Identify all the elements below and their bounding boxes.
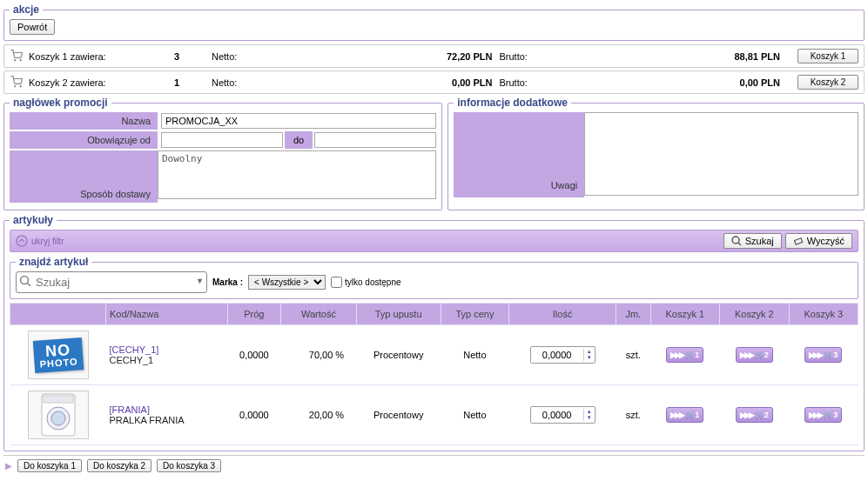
col-discount-type: Typ upustu xyxy=(356,304,441,325)
qty-down-icon[interactable]: ▼ xyxy=(584,355,595,361)
cart1-contains-label: Koszyk 1 zawiera: xyxy=(29,51,142,62)
remarks-textarea[interactable] xyxy=(584,112,858,196)
qty-stepper[interactable]: ▲▼ xyxy=(530,346,595,364)
col-price-type: Typ ceny xyxy=(441,304,509,325)
add-to-cart-1-button[interactable]: ▶▶▶🛒1 xyxy=(666,407,703,423)
filter-bar: ukryj filtr Szukaj Wyczyść xyxy=(10,230,858,252)
cart2-brutto-value: 0,00 PLN xyxy=(552,77,788,88)
to-cart-1-button[interactable]: Do koszyka 1 xyxy=(17,459,82,472)
promo-header-fieldset: nagłówek promocji Nazwa Obowiązuje od do… xyxy=(3,97,442,210)
threshold-value: 0,0000 xyxy=(227,385,281,445)
only-available-label[interactable]: tylko dostępne xyxy=(331,277,401,288)
cart-summary-1: Koszyk 1 zawiera: 3 Netto: 72,20 PLN Bru… xyxy=(3,44,865,68)
collapse-icon xyxy=(16,235,28,247)
col-code: Kod/Nazwa xyxy=(106,304,228,325)
marka-label: Marka : xyxy=(212,277,243,287)
price-type-value: Netto xyxy=(441,385,509,445)
find-article-legend: znajdź artykuł xyxy=(16,256,91,268)
qty-stepper[interactable]: ▲▼ xyxy=(530,406,595,424)
svg-point-2 xyxy=(15,85,16,86)
articles-fieldset: artykuły ukryj filtr Szukaj Wyczyść znaj… xyxy=(3,214,865,451)
unit-value: szt. xyxy=(616,385,651,445)
cart1-button[interactable]: Koszyk 1 xyxy=(797,49,858,63)
promo-delivery-text: Dowolny xyxy=(158,150,436,199)
cart-icon xyxy=(10,50,24,63)
cart-summary-2: Koszyk 2 zawiera: 1 Netto: 0,00 PLN Brut… xyxy=(3,70,865,94)
add-to-cart-3-button[interactable]: ▶▶▶🛒3 xyxy=(804,347,842,363)
eraser-icon xyxy=(793,236,804,246)
promo-from-label: Obowiązuje od xyxy=(10,131,158,149)
cart2-qty: 1 xyxy=(142,77,212,88)
qty-input[interactable] xyxy=(531,407,583,423)
promo-to-input[interactable] xyxy=(314,132,436,148)
qty-up-icon[interactable]: ▲ xyxy=(584,409,595,415)
cart2-button[interactable]: Koszyk 2 xyxy=(797,75,858,90)
hide-filter-label: ukryj filtr xyxy=(31,237,64,246)
cart2-brutto-label: Brutto: xyxy=(500,77,552,88)
back-button[interactable]: Powrót xyxy=(10,19,55,35)
svg-point-5 xyxy=(732,237,739,244)
table-row: [FRANIA]PRALKA FRANIA0,000020,00 %Procen… xyxy=(10,385,858,445)
product-code[interactable]: [FRANIA] xyxy=(110,404,225,415)
promo-name-input[interactable] xyxy=(161,113,436,129)
promo-to-label: do xyxy=(285,131,313,149)
product-code[interactable]: [CECHY_1] xyxy=(110,344,225,355)
product-name: CECHY_1 xyxy=(110,355,225,365)
promo-name-label: Nazwa xyxy=(10,112,158,130)
search-input[interactable] xyxy=(16,271,207,293)
promo-delivery-label: Sposób dostawy xyxy=(10,150,158,203)
footer-bar: ▶ Do koszyka 1 Do koszyka 2 Do koszyka 3 xyxy=(3,455,865,476)
actions-fieldset: akcje Powrót xyxy=(3,3,865,41)
col-k3: Koszyk 3 xyxy=(789,304,858,325)
to-cart-2-button[interactable]: Do koszyka 2 xyxy=(87,459,151,472)
value-value: 20,00 % xyxy=(281,385,356,445)
search-icon xyxy=(731,236,742,246)
only-available-checkbox[interactable] xyxy=(331,277,342,288)
search-button[interactable]: Szukaj xyxy=(723,233,782,249)
search-button-label: Szukaj xyxy=(745,236,774,246)
articles-legend: artykuły xyxy=(10,214,57,226)
add-to-cart-3-button[interactable]: ▶▶▶🛒3 xyxy=(804,407,842,423)
qty-input[interactable] xyxy=(531,347,583,363)
chevron-down-icon[interactable]: ▼ xyxy=(196,277,204,285)
threshold-value: 0,0000 xyxy=(227,325,281,385)
arrow-right-icon: ▶ xyxy=(5,461,12,471)
product-thumb[interactable] xyxy=(28,391,89,439)
svg-rect-11 xyxy=(44,396,73,403)
price-type-value: Netto xyxy=(441,325,509,385)
add-to-cart-1-button[interactable]: ▶▶▶🛒1 xyxy=(666,347,703,363)
svg-point-13 xyxy=(51,411,65,425)
cart1-qty: 3 xyxy=(142,51,212,62)
cart1-netto-value: 72,20 PLN xyxy=(264,51,500,62)
remarks-label: Uwagi xyxy=(454,112,584,197)
qty-down-icon[interactable]: ▼ xyxy=(584,415,595,421)
clear-button-label: Wyczyść xyxy=(807,236,844,246)
search-box: ▼ xyxy=(16,271,207,293)
unit-value: szt. xyxy=(616,325,651,385)
col-k2: Koszyk 2 xyxy=(720,304,789,325)
find-article-fieldset: znajdź artykuł ▼ Marka : < Wszystkie > t… xyxy=(10,256,858,299)
actions-legend: akcje xyxy=(10,3,43,16)
cart2-netto-label: Netto: xyxy=(212,77,264,88)
promo-header-legend: nagłówek promocji xyxy=(10,97,111,109)
washer-icon xyxy=(38,392,78,438)
promo-from-input[interactable] xyxy=(161,132,283,148)
to-cart-3-button[interactable]: Do koszyka 3 xyxy=(157,459,221,472)
search-icon xyxy=(19,275,31,289)
hide-filter-link[interactable]: ukryj filtr xyxy=(16,235,720,247)
cart1-brutto-label: Brutto: xyxy=(500,51,552,62)
marka-select[interactable]: < Wszystkie > xyxy=(248,275,326,290)
table-row: NOPHOTO[CECHY_1]CECHY_10,000070,00 %Proc… xyxy=(10,325,858,385)
add-to-cart-2-button[interactable]: ▶▶▶🛒2 xyxy=(736,347,773,363)
svg-point-1 xyxy=(20,59,21,60)
col-img xyxy=(10,304,106,325)
svg-point-8 xyxy=(21,277,29,284)
product-name: PRALKA FRANIA xyxy=(110,415,225,425)
clear-button[interactable]: Wyczyść xyxy=(785,233,852,249)
add-to-cart-2-button[interactable]: ▶▶▶🛒2 xyxy=(736,407,773,423)
product-thumb[interactable]: NOPHOTO xyxy=(28,331,89,379)
extra-info-legend: informacje dodatkowe xyxy=(454,97,571,109)
cart2-contains-label: Koszyk 2 zawiera: xyxy=(29,77,142,88)
extra-info-fieldset: informacje dodatkowe Uwagi xyxy=(447,97,865,210)
qty-up-icon[interactable]: ▲ xyxy=(584,349,595,355)
